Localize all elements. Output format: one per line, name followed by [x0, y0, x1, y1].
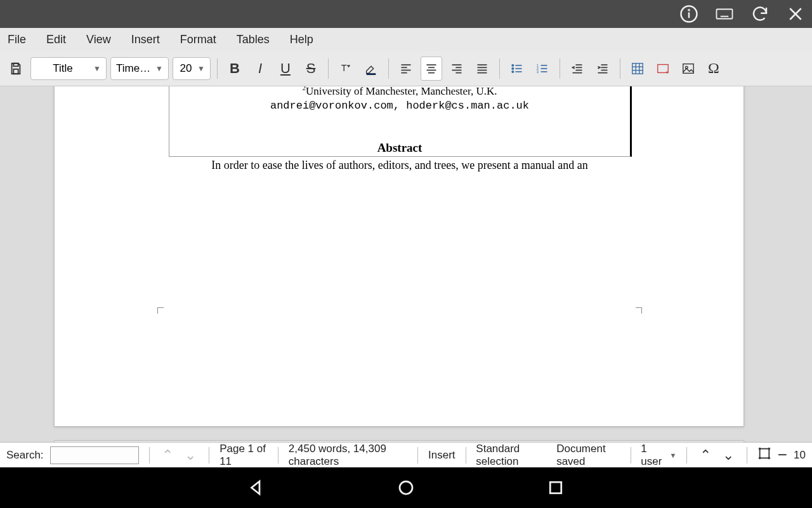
status-separator — [686, 447, 687, 464]
font-color-button[interactable]: T — [335, 57, 357, 81]
svg-rect-18 — [13, 63, 18, 66]
toolbar-separator — [620, 58, 620, 79]
affiliation-2: 2University of Manchester, Manchester, U… — [188, 86, 611, 97]
svg-marker-77 — [252, 481, 260, 494]
toolbar: Title ▼ Times … ▼ 20 ▼ B I U S T 123 — [0, 51, 812, 86]
toolbar-separator — [499, 58, 500, 79]
menu-format[interactable]: Format — [180, 33, 216, 46]
insert-textbox-button[interactable]: + — [652, 57, 674, 81]
svg-marker-21 — [347, 65, 351, 67]
status-separator — [466, 447, 466, 464]
abstract-heading: Abstract — [188, 141, 611, 155]
italic-button[interactable]: I — [249, 57, 271, 81]
status-separator — [278, 447, 278, 464]
align-center-button[interactable] — [421, 57, 442, 81]
align-justify-button[interactable] — [471, 57, 493, 81]
svg-rect-66 — [683, 64, 694, 73]
chevron-down-icon: ▼ — [93, 64, 101, 73]
search-next-button[interactable]: ⌄ — [182, 447, 199, 464]
user-count-label: 1 user — [641, 443, 662, 468]
page-up-button[interactable]: ⌃ — [697, 447, 714, 464]
affil-2-text: University of Manchester, Manchester, U.… — [306, 86, 497, 97]
svg-text:3: 3 — [537, 69, 539, 73]
keyboard-icon[interactable] — [714, 4, 735, 24]
menubar: File Edit View Insert Format Tables Help — [0, 28, 812, 51]
svg-point-41 — [512, 67, 514, 69]
word-count[interactable]: 2,450 words, 14,309 characters — [289, 443, 407, 468]
titlebar — [0, 0, 812, 28]
info-icon[interactable] — [679, 4, 699, 24]
document-canvas[interactable]: Andrei Voronkov1,2* and Kryštof Hoder1† … — [0, 86, 812, 442]
svg-text:T: T — [341, 62, 347, 72]
svg-rect-19 — [13, 69, 18, 73]
strikethrough-button[interactable]: S — [300, 57, 322, 81]
menu-file[interactable]: File — [8, 33, 26, 46]
toolbar-separator — [388, 58, 389, 79]
menu-view[interactable]: View — [86, 33, 111, 46]
align-left-button[interactable] — [395, 57, 417, 81]
menu-edit[interactable]: Edit — [46, 33, 66, 46]
back-button[interactable] — [245, 476, 268, 499]
paragraph-style-combo[interactable]: Title ▼ — [30, 57, 107, 80]
author-emails: andrei@voronkov.com, hoderk@cs.man.ac.uk — [188, 100, 611, 112]
recent-apps-button[interactable] — [544, 476, 567, 499]
menu-insert[interactable]: Insert — [131, 33, 160, 46]
font-family-combo[interactable]: Times … ▼ — [110, 57, 169, 80]
menu-help[interactable]: Help — [290, 33, 313, 46]
bullet-list-button[interactable] — [506, 57, 528, 81]
increase-indent-button[interactable] — [592, 57, 613, 81]
highlight-color-button[interactable] — [360, 57, 382, 81]
svg-point-2 — [688, 10, 689, 10]
status-separator — [149, 447, 150, 464]
selection-mode[interactable]: Standard selection — [476, 443, 546, 468]
align-right-button[interactable] — [446, 57, 468, 81]
toolbar-separator — [217, 58, 218, 79]
bold-button[interactable]: B — [224, 57, 246, 81]
zoom-value: 10 — [794, 449, 806, 462]
close-icon[interactable] — [785, 4, 806, 24]
svg-point-43 — [512, 70, 514, 72]
svg-point-39 — [512, 64, 514, 66]
page-down-button[interactable]: ⌄ — [720, 447, 737, 464]
svg-rect-22 — [367, 73, 376, 75]
chevron-down-icon: ▼ — [155, 64, 163, 73]
search-label: Search: — [6, 449, 44, 462]
svg-rect-59 — [632, 63, 643, 74]
text-frame[interactable]: Andrei Voronkov1,2* and Kryštof Hoder1† … — [169, 86, 632, 157]
svg-rect-3 — [717, 10, 733, 19]
insert-mode[interactable]: Insert — [428, 449, 455, 462]
paragraph-style-value: Title — [36, 62, 89, 75]
toolbar-separator — [328, 58, 329, 79]
font-family-value: Times … — [116, 62, 152, 75]
font-size-combo[interactable]: 20 ▼ — [173, 57, 211, 80]
underline-button[interactable]: U — [275, 57, 296, 81]
toolbar-separator — [560, 58, 560, 79]
numbered-list-button[interactable]: 123 — [532, 57, 553, 81]
insert-symbol-button[interactable]: Ω — [703, 57, 724, 81]
chevron-down-icon: ▼ — [669, 451, 676, 459]
decrease-indent-button[interactable] — [566, 57, 588, 81]
search-prev-button[interactable]: ⌃ — [159, 447, 176, 464]
zoom-out-button[interactable]: − — [778, 445, 787, 465]
insert-image-button[interactable] — [678, 57, 699, 81]
user-count-button[interactable]: 1 user ▼ — [641, 443, 676, 468]
status-separator — [209, 447, 209, 464]
page-indicator[interactable]: Page 1 of 11 — [219, 443, 268, 468]
svg-rect-68 — [760, 449, 769, 458]
status-separator — [747, 447, 747, 464]
abstract-text: In order to ease the lives of authors, e… — [188, 159, 611, 172]
page-2 — [54, 441, 744, 442]
svg-point-78 — [400, 481, 412, 494]
refresh-icon[interactable] — [750, 4, 770, 24]
save-button[interactable] — [5, 57, 27, 81]
margin-mark — [633, 307, 642, 316]
status-separator — [417, 447, 418, 464]
home-button[interactable] — [395, 476, 417, 499]
view-layout-icon[interactable] — [757, 446, 771, 464]
search-input[interactable] — [50, 446, 139, 464]
insert-table-button[interactable] — [627, 57, 648, 81]
save-state: Document saved — [556, 443, 620, 468]
status-separator — [631, 447, 631, 464]
statusbar: Search: ⌃ ⌄ Page 1 of 11 2,450 words, 14… — [0, 442, 812, 467]
menu-tables[interactable]: Tables — [237, 33, 270, 46]
